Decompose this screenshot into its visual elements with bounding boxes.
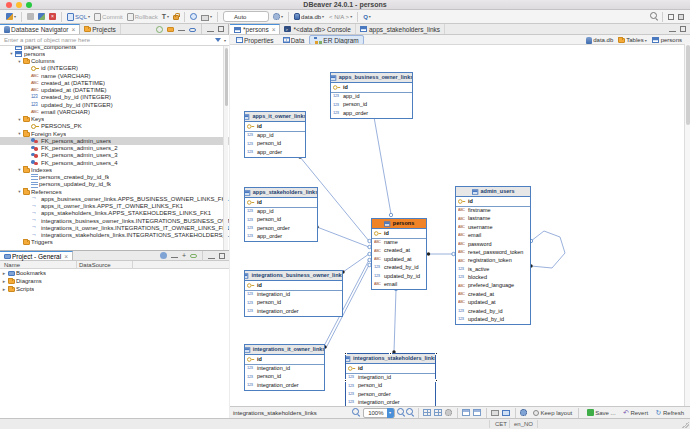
entity-column-password[interactable]: password <box>456 240 530 248</box>
entity-column-integration_id[interactable]: integration_id <box>346 374 435 382</box>
chevron-down-icon[interactable]: ▾ <box>387 408 394 418</box>
column-datasource[interactable]: DataSource <box>79 262 111 268</box>
tree-item-fk_persons_admin_users_3[interactable]: FK_persons_admin_users_3 <box>0 152 229 159</box>
tree-item-apps_stakeholders_links-apps_stakeholders_links_fk1[interactable]: apps_stakeholders_links.APPS_STAKEHOLDER… <box>0 210 229 217</box>
tab-projects[interactable]: Projects <box>80 24 120 34</box>
tree-item-columns[interactable]: ▾Columns <box>0 58 229 65</box>
entity-column-id[interactable]: id <box>372 229 426 238</box>
relationship-line[interactable] <box>343 254 369 272</box>
tree-item-email-varchar-[interactable]: email (VARCHAR) <box>0 108 229 115</box>
diagram-search-icon[interactable] <box>352 408 361 417</box>
tree-item-fk_persons_admin_users_2[interactable]: FK_persons_admin_users_2 <box>0 145 229 152</box>
tree-item-integrations_stakeholders_links-integrations_stakeholders_links_fk[interactable]: integrations_stakeholders_links.INTEGRAT… <box>0 232 229 239</box>
entity-apps_business_owner_links[interactable]: apps_business_owner_linksidapp_idperson_… <box>330 72 413 119</box>
entity-integrations_stakeholders_links[interactable]: integrations_stakeholders_linksidintegra… <box>345 353 436 406</box>
entity-header[interactable]: integrations_stakeholders_links <box>346 354 435 364</box>
active-datasource-select[interactable]: data.db▾ <box>294 11 324 22</box>
breadcrumb-table[interactable]: persons <box>652 37 682 43</box>
entity-header[interactable]: apps_it_owner_links <box>245 112 305 122</box>
grid-toggle-icon[interactable] <box>434 409 442 416</box>
settings-icon[interactable] <box>520 409 527 416</box>
new-connection-button[interactable]: ▾ <box>6 11 16 22</box>
export-image-icon[interactable] <box>502 410 510 416</box>
entity-column-id[interactable]: id <box>245 122 305 131</box>
tree-item-keys[interactable]: ▾Keys <box>0 116 229 123</box>
maximize-view-icon[interactable] <box>219 253 225 259</box>
entity-column-lastname[interactable]: lastname <box>456 215 530 223</box>
tab-apps-stakeholders-links[interactable]: apps_stakeholders_links <box>356 24 445 34</box>
tree-item-persons_updated_by_id_fk[interactable]: persons_updated_by_id_fk <box>0 181 229 188</box>
tree-expander[interactable]: ▸ <box>0 286 8 292</box>
entity-column-app_id[interactable]: app_id <box>245 208 317 216</box>
close-icon[interactable]: × <box>272 26 276 33</box>
entity-column-email[interactable]: email <box>456 232 530 240</box>
auto-layout-icon[interactable] <box>423 409 431 416</box>
entity-column-updated_by_id[interactable]: updated_by_id <box>372 272 426 280</box>
tree-item-updated_by_id-integer-[interactable]: updated_by_id (INTEGER) <box>0 101 229 108</box>
minimize-view-icon[interactable] <box>207 26 214 32</box>
print-button[interactable]: ▾ <box>201 11 212 22</box>
tree-expander[interactable]: ▾ <box>16 131 23 136</box>
tree-expander[interactable]: ▾ <box>16 167 23 172</box>
entity-column-app_id[interactable]: app_id <box>331 93 412 101</box>
sql-editor-button[interactable]: SQL▾ <box>67 11 90 22</box>
entity-column-id[interactable]: id <box>245 281 342 290</box>
entity-integrations_it_owner_links[interactable]: integrations_it_owner_linksidintegration… <box>244 344 325 391</box>
commit-mode-select[interactable]: Auto <box>223 11 269 22</box>
tree-item-references[interactable]: ▾References <box>0 188 229 195</box>
entity-column-integration_order[interactable]: integration_order <box>346 399 435 406</box>
navigate-button[interactable] <box>190 11 197 22</box>
column-name[interactable]: Name <box>4 262 20 268</box>
entity-column-person_order[interactable]: person_order <box>346 390 435 398</box>
entity-column-person_id[interactable]: person_id <box>245 373 324 381</box>
entity-column-updated_by_id[interactable]: updated_by_id <box>456 316 530 324</box>
show-attributes-icon[interactable] <box>473 409 481 416</box>
breadcrumb-tables[interactable]: Tables▾ <box>618 37 646 43</box>
entity-column-firstname[interactable]: firstname <box>456 207 530 215</box>
filter-icon[interactable] <box>215 38 221 42</box>
tree-item-fk_persons_admin_users[interactable]: FK_persons_admin_users <box>0 137 229 144</box>
refresh-icon[interactable] <box>156 26 163 33</box>
lock-button[interactable] <box>173 11 179 22</box>
navigator-filter[interactable]: Enter a part of object name here ▾ <box>0 35 229 46</box>
maximize-view-icon[interactable] <box>218 26 224 32</box>
resize-grip[interactable] <box>682 421 689 428</box>
entity-column-person_id[interactable]: person_id <box>245 299 342 307</box>
zoom-in-icon[interactable] <box>397 408 406 417</box>
navigator-scrollbar[interactable] <box>223 46 228 272</box>
entity-admin_users[interactable]: admin_usersidfirstnamelastnameusernameem… <box>455 186 531 325</box>
entity-column-created_at[interactable]: created_at <box>456 290 530 298</box>
tree-expander[interactable]: ▾ <box>16 117 23 122</box>
entity-header[interactable]: integrations_it_owner_links <box>245 345 324 355</box>
entity-column-username[interactable]: username <box>456 223 530 231</box>
entity-column-person_id[interactable]: person_id <box>346 382 435 390</box>
tab-project-general[interactable]: Project - General × <box>0 251 73 260</box>
plus-icon[interactable]: + <box>182 252 186 259</box>
relationship-line[interactable] <box>374 117 391 214</box>
relationship-line[interactable] <box>317 227 369 247</box>
transaction-settings-button[interactable]: ▾ <box>273 11 283 22</box>
tree-item-apps_it_owner_links-apps_it_owner_links_fk1[interactable]: apps_it_owner_links.APPS_IT_OWNER_LINKS_… <box>0 203 229 210</box>
search-menu-button[interactable]: Q▾ <box>363 11 371 22</box>
keep-layout-button[interactable]: Keep layout <box>532 410 573 416</box>
entity-header[interactable]: admin_users <box>456 187 530 197</box>
entity-column-is_active[interactable]: is_active <box>456 265 530 273</box>
entity-header[interactable]: persons <box>372 219 426 229</box>
selection-handle[interactable] <box>435 379 438 382</box>
revert-button[interactable]: ↶Revert <box>622 409 649 416</box>
entity-column-name[interactable]: name <box>372 239 426 247</box>
tree-item-persons_pk[interactable]: PERSONS_PK <box>0 123 229 130</box>
entity-column-app_order[interactable]: app_order <box>245 148 305 156</box>
tree-expander[interactable]: ▸ <box>0 270 8 276</box>
entity-apps_it_owner_links[interactable]: apps_it_owner_linksidapp_idperson_idapp_… <box>244 111 306 158</box>
entity-header[interactable]: integrations_business_owner_links <box>245 271 342 281</box>
entity-column-updated_at[interactable]: updated_at <box>456 299 530 307</box>
entity-column-id[interactable]: id <box>331 83 412 92</box>
entity-header[interactable]: apps_stakeholders_links <box>245 188 317 198</box>
relationship-line[interactable] <box>394 290 396 352</box>
entity-column-created_by_id[interactable]: created_by_id <box>456 307 530 315</box>
tree-item-fk_persons_admin_users_4[interactable]: FK_persons_admin_users_4 <box>0 159 229 166</box>
tree-item-integrations_business_owner_links-integrations_business_owner_lin[interactable]: integrations_business_owner_links.INTEGR… <box>0 217 229 224</box>
search-icon[interactable] <box>650 12 659 21</box>
entity-column-registration_token[interactable]: registration_token <box>456 257 530 265</box>
